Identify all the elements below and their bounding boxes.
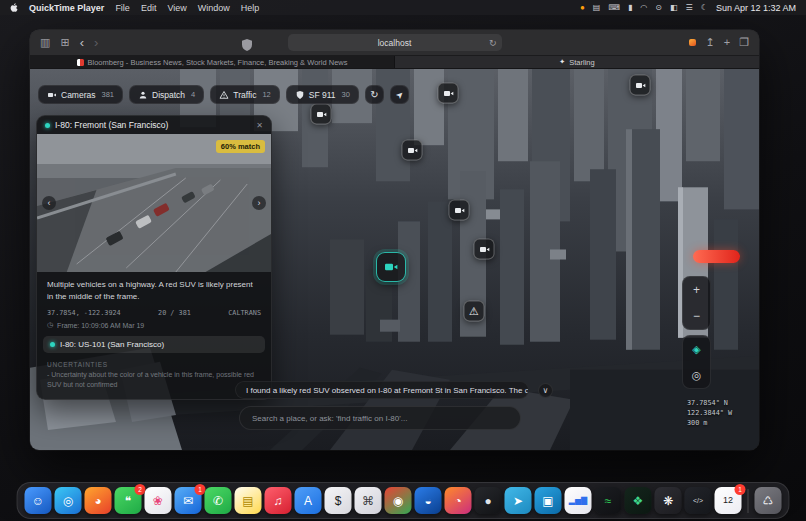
- sidebar-icon[interactable]: ▥: [40, 37, 50, 48]
- coordinate-lat: 37.7854° N: [687, 398, 732, 408]
- alert-pill[interactable]: [693, 250, 740, 263]
- dock-sketch[interactable]: ❋: [655, 487, 682, 514]
- dock-cash[interactable]: $: [325, 487, 352, 514]
- dock-docker[interactable]: ▣: [535, 487, 562, 514]
- menu-clock[interactable]: Sun Apr 12 1:32 AM: [716, 3, 796, 13]
- compass-button[interactable]: ◈: [683, 336, 710, 362]
- focus-icon[interactable]: ☾: [701, 4, 708, 12]
- back-icon[interactable]: ‹: [80, 36, 84, 49]
- apple-menu-icon[interactable]: [10, 3, 18, 12]
- chat-input[interactable]: [239, 406, 521, 430]
- menu-edit[interactable]: Edit: [141, 3, 157, 13]
- menu-app-name[interactable]: QuickTime Player: [29, 3, 104, 13]
- frame-time: Frame: 10:09:06 AM Mar 19: [57, 322, 144, 329]
- dock-finder[interactable]: ☺: [25, 487, 52, 514]
- camera-active-marker[interactable]: [376, 252, 406, 282]
- tabs-icon[interactable]: ❐: [739, 37, 749, 48]
- dock-telegram[interactable]: ➤: [505, 487, 532, 514]
- camera-marker[interactable]: [402, 140, 423, 161]
- frame-description: Multiple vehicles on a highway. A red SU…: [37, 272, 271, 306]
- zoom-in-button[interactable]: +: [683, 277, 710, 303]
- camera-marker[interactable]: [438, 83, 459, 104]
- dock-stocks[interactable]: ▂▅▇: [565, 487, 592, 514]
- nav-controls: ◈ ◎: [682, 335, 711, 389]
- camera-marker[interactable]: [630, 75, 651, 96]
- map-coordinates: 37.7854° N 122.3844° W 300 m: [687, 398, 732, 429]
- tab-label: Starling: [569, 58, 594, 67]
- next-camera-button[interactable]: ›: [252, 196, 266, 210]
- tab-bloomberg[interactable]: Bloomberg - Business News, Stock Markets…: [30, 56, 395, 68]
- dock-facetime[interactable]: ✆: [205, 487, 232, 514]
- new-tab-icon[interactable]: +: [724, 37, 730, 48]
- camera-marker[interactable]: [311, 104, 332, 125]
- assistant-message[interactable]: I found a likely red SUV observed on I-8…: [235, 381, 529, 399]
- close-icon[interactable]: ✕: [256, 121, 263, 130]
- map-view[interactable]: ⚠ Cameras 381 Dispatch 4 Traffic 12: [30, 69, 759, 450]
- forward-icon[interactable]: ›: [94, 36, 98, 49]
- dock-app-store[interactable]: A: [295, 487, 322, 514]
- menu-window[interactable]: Window: [198, 3, 230, 13]
- camera-coordinates: 37.7854, -122.3924: [47, 309, 121, 317]
- display-icon[interactable]: ▤: [593, 4, 601, 12]
- recenter-button[interactable]: ◎: [683, 362, 710, 388]
- menu-file[interactable]: File: [115, 3, 130, 13]
- dock-obs[interactable]: ●: [475, 487, 502, 514]
- next-camera-item[interactable]: I-80: US-101 (San Francisco): [43, 336, 265, 353]
- dock-notes[interactable]: ▤: [235, 487, 262, 514]
- wifi-icon[interactable]: ◠: [640, 4, 647, 12]
- cameras-button[interactable]: Cameras 381: [38, 85, 123, 104]
- battery-icon[interactable]: ▮: [628, 4, 632, 12]
- chrome-icon: ◉: [393, 495, 403, 507]
- tab-starling[interactable]: ✦ Starling: [395, 56, 759, 68]
- dock-photos[interactable]: ❀: [145, 487, 172, 514]
- music-icon: ♫: [274, 495, 283, 507]
- zoom-out-button[interactable]: −: [683, 303, 710, 329]
- menu-help[interactable]: Help: [241, 3, 260, 13]
- menu-extra-icon[interactable]: ☰: [686, 4, 693, 12]
- locate-button[interactable]: ➤: [390, 85, 409, 104]
- address-bar[interactable]: localhost ↻: [288, 34, 502, 51]
- camera-marker[interactable]: [449, 200, 470, 221]
- dock-activity[interactable]: ≈: [595, 487, 622, 514]
- dock-chrome[interactable]: ◉: [385, 487, 412, 514]
- dispatch-icon: [138, 90, 148, 100]
- dock-messages[interactable]: ❝2: [115, 487, 142, 514]
- match-badge: 60% match: [216, 140, 265, 153]
- spotlight-icon[interactable]: ⊙: [655, 4, 662, 12]
- chat-collapse-button[interactable]: ∨: [538, 383, 553, 398]
- camera-panel: I-80: Fremont (San Francisco) ✕: [36, 115, 272, 400]
- sf911-button[interactable]: SF 911 30: [286, 85, 359, 104]
- extension-icon[interactable]: [689, 39, 696, 46]
- warning-marker[interactable]: ⚠: [464, 301, 485, 322]
- camera-marker[interactable]: [474, 239, 495, 260]
- dock-firefox-dev[interactable]: ◔: [445, 487, 472, 514]
- control-center-icon[interactable]: ◧: [670, 4, 678, 12]
- dock-vscode[interactable]: </>: [685, 487, 712, 514]
- dock-firefox[interactable]: ◕: [85, 487, 112, 514]
- dock-launcher[interactable]: ⌘: [355, 487, 382, 514]
- share-icon[interactable]: ↥: [705, 37, 714, 48]
- privacy-shield-icon[interactable]: [242, 37, 252, 55]
- starling-icon: ✦: [559, 58, 565, 66]
- menu-view[interactable]: View: [167, 3, 186, 13]
- dock-divider: [748, 489, 749, 513]
- dock-node[interactable]: ❖: [625, 487, 652, 514]
- tab-overview-icon[interactable]: ⊞: [60, 37, 69, 48]
- reload-icon[interactable]: ↻: [489, 38, 497, 48]
- notification-badge: 1: [735, 484, 746, 495]
- dispatch-button[interactable]: Dispatch 4: [129, 85, 204, 104]
- dock-music[interactable]: ♫: [265, 487, 292, 514]
- refresh-button[interactable]: ↻: [365, 85, 384, 104]
- shield-icon: [295, 90, 305, 100]
- dock-calendar[interactable]: 121: [715, 487, 742, 514]
- dock-mail[interactable]: ✉1: [175, 487, 202, 514]
- record-status-icon[interactable]: ●: [580, 4, 585, 12]
- tab-label: Bloomberg - Business News, Stock Markets…: [88, 58, 348, 67]
- dock-edge[interactable]: ◒: [415, 487, 442, 514]
- dock-trash[interactable]: ♺: [755, 487, 782, 514]
- keyboard-icon[interactable]: ⌨: [608, 4, 620, 12]
- prev-camera-button[interactable]: ‹: [42, 196, 56, 210]
- dock-safari[interactable]: ◎: [55, 487, 82, 514]
- refresh-icon: ↻: [370, 89, 378, 100]
- traffic-button[interactable]: Traffic 12: [210, 85, 280, 104]
